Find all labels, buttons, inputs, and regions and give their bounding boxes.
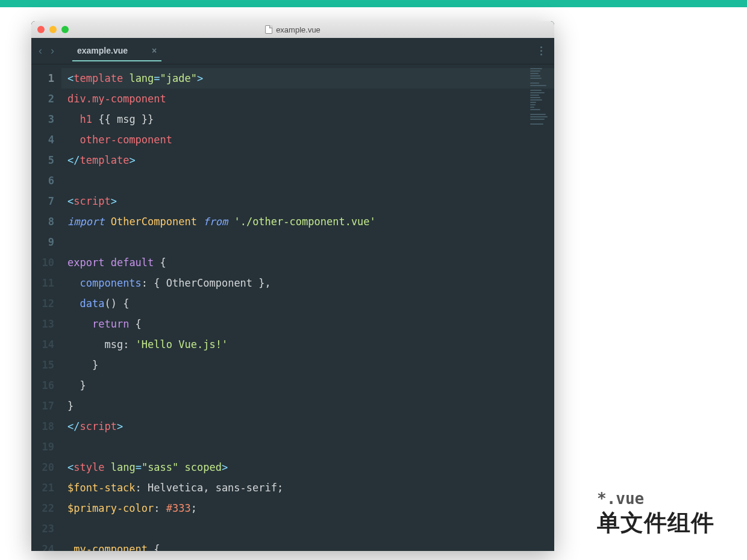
code-line[interactable]: export default {: [67, 252, 554, 273]
minimap-line: [530, 109, 540, 110]
code-line[interactable]: return {: [67, 314, 554, 334]
window-titlebar[interactable]: example.vue: [31, 21, 554, 38]
line-number: 16: [31, 375, 61, 396]
line-number: 13: [31, 314, 61, 334]
code-line[interactable]: h1 {{ msg }}: [67, 109, 554, 129]
code-line[interactable]: msg: 'Hello Vue.js!': [67, 334, 554, 355]
tab-bar: ‹ › example.vue ×: [31, 38, 554, 64]
minimap-line: [530, 119, 545, 120]
code-line[interactable]: other-component: [67, 129, 554, 150]
line-number: 1: [31, 68, 61, 89]
line-number: 4: [31, 129, 61, 150]
code-line[interactable]: import OtherComponent from './other-comp…: [67, 211, 554, 232]
editor-window: example.vue ‹ › example.vue × 1234567891…: [31, 21, 554, 551]
line-number: 6: [31, 170, 61, 191]
slide-caption: *.vue 单文件组件: [597, 490, 714, 538]
tab-active[interactable]: example.vue ×: [72, 46, 161, 61]
minimap-line: [530, 90, 542, 91]
line-number: 9: [31, 232, 61, 252]
line-number: 21: [31, 478, 61, 498]
window-title: example.vue: [265, 25, 320, 34]
line-number: 18: [31, 416, 61, 437]
minimap-line: [530, 114, 546, 115]
code-line[interactable]: }: [67, 375, 554, 396]
code-line[interactable]: }: [67, 355, 554, 375]
minimap-line: [530, 75, 540, 76]
line-number: 17: [31, 396, 61, 416]
more-menu-icon[interactable]: [540, 46, 542, 55]
code-line[interactable]: <style lang="sass" scoped>: [67, 457, 554, 478]
line-number: 24: [31, 539, 61, 551]
code-line[interactable]: </script>: [67, 416, 554, 437]
code-line[interactable]: data() {: [67, 293, 554, 314]
line-number: 23: [31, 518, 61, 539]
line-number: 11: [31, 273, 61, 293]
code-line[interactable]: .my-component {: [67, 539, 554, 551]
page-accent-bar: [0, 0, 747, 7]
nav-forward-icon[interactable]: ›: [51, 45, 54, 57]
minimize-window-button[interactable]: [49, 26, 57, 33]
code-line[interactable]: [67, 170, 554, 191]
line-number: 2: [31, 89, 61, 109]
tab-label: example.vue: [77, 46, 128, 55]
minimap-line: [530, 99, 542, 101]
line-number: 12: [31, 293, 61, 314]
minimap-line: [530, 78, 542, 79]
window-title-text: example.vue: [276, 25, 320, 34]
code-line[interactable]: }: [67, 396, 554, 416]
line-number: 20: [31, 457, 61, 478]
code-line[interactable]: [67, 437, 554, 457]
minimap-line: [530, 107, 534, 108]
line-number: 19: [31, 437, 61, 457]
line-number: 15: [31, 355, 61, 375]
tab-close-icon[interactable]: ×: [152, 46, 157, 55]
code-line[interactable]: div.my-component: [67, 89, 554, 109]
caption-line-1: *.vue: [597, 490, 714, 508]
minimap-line: [530, 123, 543, 125]
code-content[interactable]: <template lang="jade">div.my-component h…: [61, 64, 554, 551]
line-number: 7: [31, 191, 61, 211]
line-number: 22: [31, 498, 61, 518]
minimap-line: [530, 116, 548, 117]
caption-line-2: 单文件组件: [597, 508, 714, 538]
line-number: 5: [31, 150, 61, 170]
traffic-lights: [37, 26, 69, 33]
minimap-line: [530, 85, 546, 86]
minimap-line: [530, 97, 540, 98]
minimap[interactable]: [529, 66, 552, 127]
line-number: 10: [31, 252, 61, 273]
file-icon: [265, 25, 272, 34]
code-line[interactable]: <template lang="jade">: [61, 68, 554, 89]
line-number: 3: [31, 109, 61, 129]
line-number: 14: [31, 334, 61, 355]
zoom-window-button[interactable]: [61, 26, 69, 33]
code-line[interactable]: <script>: [67, 191, 554, 211]
line-number: 8: [31, 211, 61, 232]
code-line[interactable]: components: { OtherComponent },: [67, 273, 554, 293]
code-line[interactable]: [67, 232, 554, 252]
minimap-line: [530, 102, 536, 103]
minimap-line: [530, 70, 540, 72]
minimap-line: [530, 82, 539, 84]
minimap-line: [530, 95, 539, 96]
editor-area[interactable]: 123456789101112131415161718192021222324 …: [31, 64, 554, 551]
code-line[interactable]: [67, 518, 554, 539]
code-line[interactable]: $primary-color: #333;: [67, 498, 554, 518]
minimap-line: [530, 104, 536, 105]
nav-back-icon[interactable]: ‹: [39, 45, 42, 57]
code-line[interactable]: $font-stack: Helvetica, sans-serif;: [67, 478, 554, 498]
nav-arrows: ‹ ›: [39, 45, 54, 57]
minimap-line: [530, 73, 539, 74]
line-gutter: 123456789101112131415161718192021222324: [31, 64, 61, 551]
close-window-button[interactable]: [37, 26, 45, 33]
minimap-line: [530, 68, 542, 69]
code-line[interactable]: </template>: [67, 150, 554, 170]
minimap-line: [530, 92, 545, 93]
